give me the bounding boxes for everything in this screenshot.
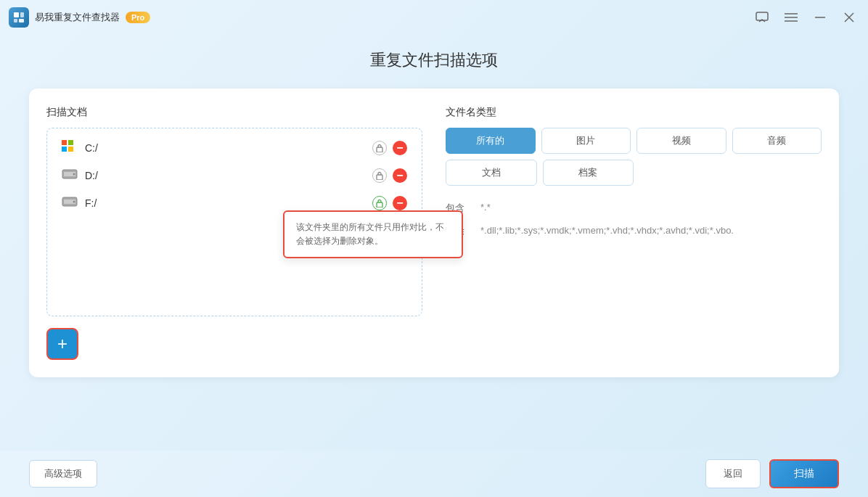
drive-label-d: D:/ xyxy=(85,170,372,181)
include-value: *.* xyxy=(480,200,822,215)
type-btn-archive[interactable]: 档案 xyxy=(543,160,634,186)
message-icon[interactable] xyxy=(755,10,769,25)
add-folder-button[interactable]: + xyxy=(46,328,78,360)
drive-label-c: C:/ xyxy=(85,142,372,154)
svg-rect-2 xyxy=(14,19,17,22)
type-btn-audio[interactable]: 音频 xyxy=(732,128,822,154)
svg-point-14 xyxy=(73,173,75,176)
hdd-drive-icon-f xyxy=(62,195,78,211)
back-button[interactable]: 返回 xyxy=(705,459,761,488)
type-btn-all[interactable]: 所有的 xyxy=(446,128,536,154)
scan-item-d: D:/ − xyxy=(53,162,416,189)
hdd-drive-icon-d xyxy=(62,168,78,184)
app-logo xyxy=(9,7,29,28)
svg-rect-0 xyxy=(14,12,19,17)
pro-badge: Pro xyxy=(126,12,150,23)
svg-rect-19 xyxy=(377,202,382,208)
drive-label-f: F:/ xyxy=(85,197,372,209)
windows-drive-icon xyxy=(62,140,78,156)
minimize-icon[interactable] xyxy=(813,10,827,25)
right-panel: 文件名类型 所有的 图片 视频 音频 文档 档案 包含 *.* 排除 *.dll… xyxy=(446,106,822,360)
scan-section-label: 扫描文档 xyxy=(46,106,422,119)
item-actions-d: − xyxy=(372,168,407,183)
svg-rect-15 xyxy=(377,175,382,180)
file-type-buttons-row2: 文档 档案 xyxy=(446,160,634,186)
include-filter-row: 包含 *.* xyxy=(446,200,822,215)
bottom-bar: 高级选项 返回 扫描 xyxy=(0,451,868,497)
exclude-filter-row: 排除 *.dll;*.lib;*.sys;*.vmdk;*.vmem;*.vhd… xyxy=(446,223,822,238)
type-btn-image[interactable]: 图片 xyxy=(541,128,631,154)
item-actions-f: − xyxy=(372,196,407,210)
scan-item-c: C:/ − xyxy=(53,134,416,162)
page-title-area: 重复文件扫描选项 xyxy=(0,35,868,89)
lock-btn-f[interactable] xyxy=(372,196,387,210)
close-icon[interactable] xyxy=(842,10,856,25)
svg-point-18 xyxy=(73,201,75,203)
type-btn-doc[interactable]: 文档 xyxy=(446,160,537,186)
advanced-options-button[interactable]: 高级选项 xyxy=(29,460,97,488)
lock-btn-c[interactable] xyxy=(372,141,387,155)
remove-btn-f[interactable]: − xyxy=(393,196,407,210)
plus-icon: + xyxy=(57,335,67,353)
titlebar-left: 易我重复文件查找器 Pro xyxy=(9,7,150,28)
bottom-right-buttons: 返回 扫描 xyxy=(705,459,839,488)
svg-rect-1 xyxy=(20,12,24,17)
type-btn-video[interactable]: 视频 xyxy=(636,128,726,154)
svg-rect-3 xyxy=(19,19,24,22)
remove-btn-d[interactable]: − xyxy=(393,168,407,183)
filetype-section-label: 文件名类型 xyxy=(446,106,822,119)
exclude-value: *.dll;*.lib;*.sys;*.vmdk;*.vmem;*.vhd;*.… xyxy=(480,223,822,238)
lock-btn-d[interactable] xyxy=(372,168,387,183)
item-actions-c: − xyxy=(372,141,407,155)
scan-button[interactable]: 扫描 xyxy=(769,459,839,488)
file-type-buttons-row1: 所有的 图片 视频 音频 xyxy=(446,128,822,154)
svg-rect-11 xyxy=(377,147,382,152)
titlebar: 易我重复文件查找器 Pro xyxy=(0,0,868,35)
titlebar-controls xyxy=(755,10,856,25)
remove-btn-c[interactable]: − xyxy=(393,141,407,155)
tooltip-text: 该文件夹里的所有文件只用作对比，不会被选择为删除对象。 xyxy=(296,221,450,248)
tooltip-popup: 该文件夹里的所有文件只用作对比，不会被选择为删除对象。 xyxy=(283,210,463,258)
menu-icon[interactable] xyxy=(784,10,798,25)
page-title: 重复文件扫描选项 xyxy=(0,49,868,71)
app-title: 易我重复文件查找器 xyxy=(35,11,120,24)
